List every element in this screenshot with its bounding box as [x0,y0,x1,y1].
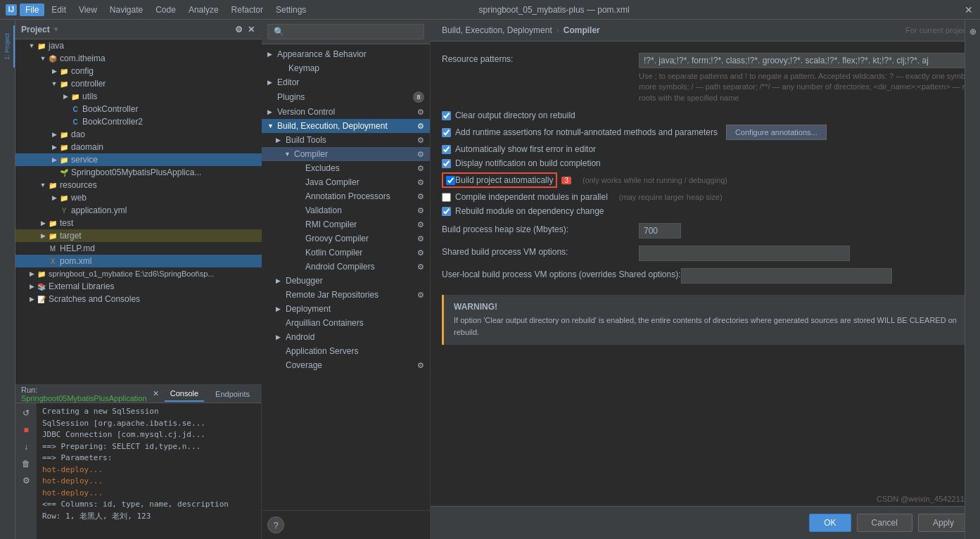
settings-item-android[interactable]: ▶ Android [262,330,430,344]
settings-item-arquillian[interactable]: ▶ Arquillian Containers [262,316,430,330]
tree-item-utils[interactable]: ▶ 📁 utils [15,90,262,103]
cb-notification[interactable] [442,159,451,168]
settings-item-appearance[interactable]: ▶ Appearance & Behavior [262,47,430,61]
cb-assertions[interactable] [442,128,451,137]
cb-parallel[interactable] [442,193,451,202]
tree-item-springboot-o1[interactable]: ▶ 📁 springboot_o1_mybatice E:\zd6\Spring… [15,267,262,280]
tree-item-scratches[interactable]: ▶ 📝 Scratches and Consoles [15,293,262,305]
tree-item-appyml[interactable]: ▶ Y application.yml [15,204,262,217]
menu-view[interactable]: View [73,4,103,16]
menu-edit[interactable]: Edit [46,4,72,16]
settings-item-remotejar[interactable]: ▶ Remote Jar Repositories ⚙ [262,288,430,302]
validation-gear-icon[interactable]: ⚙ [417,206,424,215]
cb-build-auto[interactable] [446,176,455,185]
cb-first-error[interactable] [442,145,451,154]
userlocal-vm-input[interactable] [681,268,892,284]
settings-item-appservers[interactable]: ▶ Application Servers [262,344,430,358]
tree-item-external[interactable]: ▶ 📚 External Libraries [15,280,262,293]
settings-btn[interactable]: ⚙ [19,474,33,488]
tree-item-controller[interactable]: ▼ 📁 controller [15,77,262,90]
project-dropdown-arrow[interactable]: ▼ [53,25,60,33]
tree-item-helpmd[interactable]: ▶ M HELP.md [15,242,262,255]
service-folder-icon: 📁 [59,155,69,165]
tab-endpoints[interactable]: Endpoints [210,387,255,401]
tree-item-target[interactable]: ▶ 📁 target [15,229,262,242]
settings-item-keymap[interactable]: ▶ Keymap [262,61,430,75]
apply-button[interactable]: Apply [918,514,969,532]
annotation-gear-icon[interactable]: ⚙ [417,192,424,201]
excludes-gear-icon[interactable]: ⚙ [417,164,424,173]
kotlin-gear-icon[interactable]: ⚙ [417,248,424,258]
restart-btn[interactable]: ↺ [19,406,33,420]
ok-button[interactable]: OK [809,514,851,532]
scroll-end-btn[interactable]: ↓ [19,440,33,454]
groovy-gear-icon[interactable]: ⚙ [417,234,424,243]
cb-rebuild[interactable] [442,207,451,216]
settings-item-build[interactable]: ▼ Build, Execution, Deployment ⚙ [262,119,430,133]
shared-vm-input[interactable] [639,246,850,261]
buildtools-gear-icon[interactable]: ⚙ [417,136,424,145]
javacompiler-gear-icon[interactable]: ⚙ [417,178,424,187]
menu-file[interactable]: File [20,4,44,16]
menu-navigate[interactable]: Navigate [104,4,148,16]
settings-item-vcs[interactable]: ▶ Version Control ⚙ [262,105,430,119]
tree-item-bookcontroller2[interactable]: ▶ C BookController2 [15,115,262,128]
settings-item-kotlin[interactable]: ▶ Kotlin Compiler ⚙ [262,246,430,260]
tree-item-comitheima[interactable]: ▼ 📦 com.itheima [15,52,262,65]
settings-item-groovy[interactable]: ▶ Groovy Compiler ⚙ [262,232,430,246]
tree-item-web[interactable]: ▶ 📁 web [15,191,262,204]
tree-item-springapp[interactable]: ▶ 🌱 Springboot05MybatisPlusApplica... [15,166,262,179]
tree-item-dao[interactable]: ▶ 📁 dao [15,128,262,141]
settings-item-compiler[interactable]: ▼ Compiler ⚙ [262,147,430,161]
settings-item-debugger[interactable]: ▶ Debugger [262,274,430,288]
breadcrumb-build: Build, Execution, Deployment [442,25,552,35]
compiler-gear-icon[interactable]: ⚙ [417,150,424,159]
menu-code[interactable]: Code [150,4,182,16]
tree-item-test[interactable]: ▶ 📁 test [15,217,262,229]
menu-refactor[interactable]: Refactor [226,4,269,16]
build-gear-icon[interactable]: ⚙ [417,122,424,131]
android-comp-gear-icon[interactable]: ⚙ [417,262,424,272]
menu-settings[interactable]: Settings [270,4,312,16]
settings-item-deployment[interactable]: ▶ Deployment [262,302,430,316]
coverage-gear-icon[interactable]: ⚙ [417,361,424,370]
cancel-button[interactable]: Cancel [857,514,912,532]
tree-item-pomxml[interactable]: ▶ X pom.xml [15,255,262,267]
stop-btn[interactable]: ■ [19,423,33,437]
side-icon-1[interactable]: ⊕ [967,25,979,38]
configure-annotations-btn[interactable]: Configure annotations... [726,125,827,140]
settings-item-excludes[interactable]: ▶ Excludes ⚙ [262,161,430,175]
menu-analyze[interactable]: Analyze [183,4,224,16]
rmi-gear-icon[interactable]: ⚙ [417,220,424,229]
clear-btn[interactable]: 🗑 [19,457,33,471]
settings-item-rmi[interactable]: ▶ RMI Compiler ⚙ [262,217,430,232]
settings-item-buildtools[interactable]: ▶ Build Tools ⚙ [262,133,430,147]
settings-item-annotation[interactable]: ▶ Annotation Processors ⚙ [262,189,430,203]
tree-item-bookcontroller[interactable]: ▶ C BookController [15,103,262,115]
heap-size-input[interactable] [639,223,681,239]
remotejar-gear-icon[interactable]: ⚙ [417,291,424,300]
tab-console[interactable]: Console [165,386,204,402]
settings-item-validation[interactable]: ▶ Validation ⚙ [262,203,430,217]
close-panel-icon[interactable]: ✕ [246,25,256,34]
run-close-btn[interactable]: ✕ [153,389,159,398]
help-button[interactable]: ? [267,516,284,533]
tree-item-resources[interactable]: ▼ 📁 resources [15,179,262,191]
tree-item-service[interactable]: ▶ 📁 service [15,153,262,166]
tree-item-java[interactable]: ▼ 📁 java [15,39,262,52]
settings-item-android-comp[interactable]: ▶ Android Compilers ⚙ [262,260,430,274]
vtab-project[interactable]: 1: Project [1,25,15,68]
settings-search-input[interactable] [267,24,424,39]
resource-patterns-input[interactable] [639,53,980,68]
cb-clear-output[interactable] [442,111,451,120]
gear-icon[interactable]: ⚙ [234,25,243,34]
tree-item-daomain[interactable]: ▶ 📁 daomain [15,141,262,153]
settings-item-coverage[interactable]: ▶ Coverage ⚙ [262,358,430,372]
scratches-icon: 📝 [37,294,46,304]
settings-item-javacompiler[interactable]: ▶ Java Compiler ⚙ [262,175,430,189]
settings-item-editor[interactable]: ▶ Editor [262,75,430,89]
settings-item-plugins[interactable]: ▶ Plugins 8 [262,89,430,105]
close-button[interactable]: ✕ [963,4,974,15]
vcs-gear-icon[interactable]: ⚙ [417,108,424,117]
tree-item-config[interactable]: ▶ 📁 config [15,65,262,77]
